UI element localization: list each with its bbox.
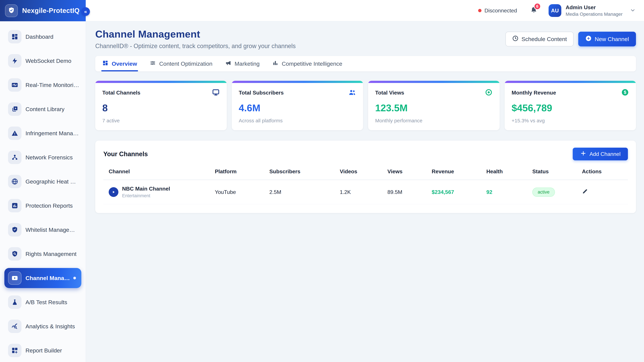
plus-icon	[580, 150, 586, 158]
sidebar-collapse-button[interactable]: «	[81, 7, 90, 16]
sidebar-item-report-builder[interactable]: Report Builder	[4, 344, 81, 357]
table-header-row: Channel Platform Subscribers Videos View…	[103, 168, 628, 180]
column-header-platform: Platform	[215, 168, 269, 180]
page-header: Channel Management ChannelID® - Optimize…	[95, 28, 636, 50]
tab-content-optimization[interactable]: Content Optimization	[150, 56, 212, 71]
sidebar-item-label: Report Builder	[26, 347, 62, 354]
stat-card-monthly-revenue: Monthly Revenue $ $456,789 +15.3% vs avg	[505, 81, 636, 130]
sidebar: Nexgile-ProtectIQ « Dashboard WebSocket …	[0, 0, 86, 362]
stat-value: 123.5M	[375, 102, 492, 113]
dollar-icon: $	[621, 88, 629, 97]
sidebar-item-label: Dashboard	[26, 33, 53, 40]
tab-label: Overview	[112, 60, 137, 67]
stat-subtext: +15.3% vs avg	[512, 118, 629, 123]
active-indicator-dot	[73, 277, 76, 279]
page-actions: Schedule Content New Channel	[506, 32, 636, 46]
sidebar-item-content-library[interactable]: Content Library	[4, 102, 81, 116]
clock-icon	[512, 35, 518, 43]
column-header-status: Status	[532, 168, 582, 180]
sliders-icon	[150, 60, 156, 67]
column-header-views: Views	[388, 168, 432, 180]
globe-icon	[8, 175, 22, 188]
app-logo	[5, 4, 18, 17]
sidebar-item-infringement-management[interactable]: Infringement Manage...	[4, 126, 81, 140]
tab-competitive-intelligence[interactable]: Competitive Intelligence	[272, 56, 342, 71]
stat-subtext: Monthly performance	[375, 118, 492, 123]
tab-overview[interactable]: Overview	[102, 56, 137, 71]
sidebar-item-label: Channel Manage...	[26, 275, 73, 281]
dashboard-icon	[8, 30, 22, 43]
your-channels-header: Your Channels Add Channel	[103, 148, 628, 160]
app-root: Nexgile-ProtectIQ « Dashboard WebSocket …	[0, 0, 644, 362]
sidebar-item-label: Analytics & Insights	[26, 323, 75, 330]
edit-channel-button[interactable]	[582, 188, 588, 196]
chart-magnifier-icon	[8, 320, 22, 333]
cell-actions	[582, 180, 628, 204]
grid-icon	[102, 60, 108, 67]
bar-chart-icon	[272, 60, 278, 67]
users-icon	[348, 88, 356, 97]
video-play-icon	[8, 271, 22, 285]
stat-subtext: 7 active	[102, 118, 220, 123]
stat-label: Total Channels	[102, 90, 140, 96]
new-channel-button[interactable]: New Channel	[578, 32, 636, 46]
page-content: Channel Management ChannelID® - Optimize…	[86, 21, 644, 362]
column-header-health: Health	[486, 168, 532, 180]
stat-label: Monthly Revenue	[512, 90, 556, 96]
sidebar-item-geographic-heat-map[interactable]: Geographic Heat Map	[4, 175, 81, 188]
sidebar-item-whitelist-management[interactable]: Whitelist Management	[4, 223, 81, 237]
add-channel-button[interactable]: Add Channel	[573, 148, 628, 160]
sidebar-item-realtime-monitoring[interactable]: Real-Time Monitoring	[4, 78, 81, 92]
pencil-icon	[582, 190, 588, 196]
eye-icon	[485, 88, 492, 97]
library-play-icon	[8, 102, 22, 116]
stat-card-total-subscribers: Total Subscribers 4.6M Across all platfo…	[232, 81, 363, 130]
stat-card-total-channels: Total Channels 8 7 active	[95, 81, 227, 130]
sidebar-item-network-forensics[interactable]: Network Forensics	[4, 151, 81, 164]
stat-label: Total Views	[375, 90, 404, 96]
sidebar-item-label: Rights Management	[26, 251, 76, 257]
sidebar-item-rights-management[interactable]: Rights Management	[4, 247, 81, 261]
cell-revenue: $234,567	[432, 180, 486, 204]
topbar: Disconnected 6 AU Admin User Media Opera…	[86, 0, 644, 21]
schedule-content-button[interactable]: Schedule Content	[506, 32, 574, 46]
user-menu[interactable]: AU Admin User Media Operations Manager	[548, 4, 635, 17]
page-subtitle: ChannelID® - Optimize content, track com…	[95, 42, 296, 50]
cell-health: 92	[486, 180, 532, 204]
main-area: Disconnected 6 AU Admin User Media Opera…	[86, 0, 644, 362]
schedule-content-label: Schedule Content	[522, 36, 567, 42]
page-title: Channel Management	[95, 28, 296, 40]
page-header-text: Channel Management ChannelID® - Optimize…	[95, 28, 296, 50]
sidebar-item-dashboard[interactable]: Dashboard	[4, 30, 81, 43]
tab-bar: Overview Content Optimization Marketing	[95, 56, 636, 71]
sidebar-item-websocket-demo[interactable]: WebSocket Demo	[4, 54, 81, 67]
network-icon	[8, 151, 22, 164]
stat-label: Total Subscribers	[239, 90, 284, 96]
shield-check-icon	[8, 223, 22, 237]
bolt-icon	[8, 54, 22, 67]
stat-value: $456,789	[512, 102, 629, 113]
sidebar-item-channel-management[interactable]: Channel Manage...	[4, 268, 81, 288]
sidebar-item-label: Infringement Manage...	[26, 130, 79, 137]
sidebar-item-label: A/B Test Results	[26, 299, 67, 306]
new-channel-label: New Channel	[595, 36, 629, 42]
sidebar-item-ab-test-results[interactable]: A/B Test Results	[4, 296, 81, 309]
sidebar-item-label: Whitelist Management	[26, 227, 79, 233]
cell-status: active	[532, 180, 582, 204]
channels-table: Channel Platform Subscribers Videos View…	[103, 168, 628, 204]
sidebar-item-label: Content Library	[26, 106, 64, 112]
avatar: AU	[548, 4, 561, 17]
sidebar-item-protection-reports[interactable]: Protection Reports	[4, 199, 81, 212]
sidebar-item-label: Protection Reports	[26, 202, 73, 209]
notifications-button[interactable]: 6	[530, 6, 538, 14]
channel-cell: NBC Main Channel Entertainment	[109, 186, 215, 198]
shield-search-icon	[8, 247, 22, 261]
sidebar-item-analytics-insights[interactable]: Analytics & Insights	[4, 320, 81, 333]
grid-plus-icon	[8, 344, 22, 357]
status-dot-icon	[478, 9, 482, 12]
monitor-pulse-icon	[8, 78, 22, 92]
chart-square-icon	[8, 199, 22, 212]
tab-marketing[interactable]: Marketing	[225, 56, 260, 71]
megaphone-icon	[225, 60, 231, 67]
play-circle-icon	[109, 187, 118, 197]
